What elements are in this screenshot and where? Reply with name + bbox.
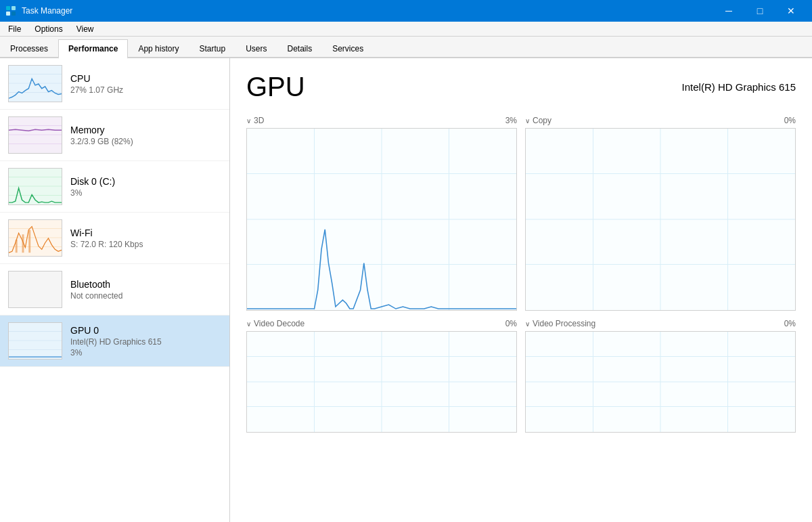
title-bar-controls: ─ □ ✕ <box>713 0 807 22</box>
memory-subtitle: 3.2/3.9 GB (82%) <box>70 137 221 146</box>
wifi-thumb <box>8 219 62 257</box>
maximize-button[interactable]: □ <box>744 0 775 22</box>
sidebar-item-memory[interactable]: Memory 3.2/3.9 GB (82%) <box>0 110 229 161</box>
sidebar-item-bluetooth[interactable]: Bluetooth Not connected <box>0 264 229 316</box>
gpu-header: GPU Intel(R) HD Graphics 615 <box>246 72 796 102</box>
sidebar-item-disk[interactable]: Disk 0 (C:) 3% <box>0 161 229 213</box>
svg-rect-20 <box>16 240 18 253</box>
sidebar-item-gpu0[interactable]: GPU 0 Intel(R) HD Graphics 615 3% <box>0 316 229 367</box>
minimize-button[interactable]: ─ <box>713 0 744 22</box>
gpu0-thumb <box>8 322 62 360</box>
tab-details[interactable]: Details <box>277 39 322 58</box>
title-bar-left: Task Manager <box>5 5 72 16</box>
chart-copy-pct: 0% <box>784 116 796 125</box>
svg-rect-21 <box>22 234 24 253</box>
sidebar-item-wifi[interactable]: Wi-Fi S: 72.0 R: 120 Kbps <box>0 213 229 264</box>
wifi-info: Wi-Fi S: 72.0 R: 120 Kbps <box>70 227 221 249</box>
disk-info: Disk 0 (C:) 3% <box>70 176 221 198</box>
tab-users[interactable]: Users <box>235 39 277 58</box>
gpu-title: GPU <box>246 72 305 102</box>
bluetooth-title: Bluetooth <box>70 279 221 290</box>
bluetooth-info: Bluetooth Not connected <box>70 279 221 301</box>
chevron-down-icon-3d: ∨ <box>246 117 251 125</box>
tab-services[interactable]: Services <box>322 39 374 58</box>
svg-rect-3 <box>12 12 16 16</box>
chevron-down-icon-video-processing: ∨ <box>525 320 530 328</box>
svg-rect-22 <box>28 230 30 253</box>
gpu-subtitle: Intel(R) HD Graphics 615 <box>682 81 796 93</box>
svg-rect-2 <box>6 12 10 16</box>
menu-options[interactable]: Options <box>29 23 68 35</box>
tab-startup[interactable]: Startup <box>189 39 235 58</box>
cpu-thumb: .cpu-line{fill:none;stroke:#3a8ed4;strok… <box>8 65 62 102</box>
cpu-subtitle: 27% 1.07 GHz <box>70 85 221 95</box>
chart-3d-box <box>246 128 517 311</box>
chart-3d: ∨ 3D 3% <box>246 116 517 311</box>
chart-video-processing-pct: 0% <box>784 319 796 328</box>
svg-rect-8 <box>9 117 62 153</box>
bluetooth-thumb <box>8 271 62 308</box>
right-panel: GPU Intel(R) HD Graphics 615 ∨ 3D 3% <box>230 58 812 522</box>
gpu0-title: GPU 0 <box>70 325 221 336</box>
chart-video-processing-box <box>525 331 796 433</box>
cpu-info: CPU 27% 1.07 GHz <box>70 73 221 95</box>
gpu0-info: GPU 0 Intel(R) HD Graphics 615 3% <box>70 325 221 357</box>
chart-video-processing-label: ∨ Video Processing <box>525 319 595 328</box>
memory-thumb <box>8 116 62 154</box>
menu-file[interactable]: File <box>3 23 26 35</box>
wifi-subtitle: S: 72.0 R: 120 Kbps <box>70 240 221 249</box>
title-bar-title: Task Manager <box>22 6 72 16</box>
menu-bar: File Options View <box>0 22 812 37</box>
menu-view[interactable]: View <box>71 23 99 35</box>
charts-grid: ∨ 3D 3% <box>246 116 796 433</box>
chart-video-processing-label-row: ∨ Video Processing 0% <box>525 319 796 328</box>
chart-video-decode-box <box>246 331 517 433</box>
close-button[interactable]: ✕ <box>775 0 807 22</box>
svg-rect-24 <box>9 323 62 359</box>
tab-performance[interactable]: Performance <box>58 39 128 59</box>
chevron-down-icon-video-decode: ∨ <box>246 320 251 328</box>
title-bar: Task Manager ─ □ ✕ <box>0 0 812 22</box>
chart-video-decode-pct: 0% <box>505 319 517 328</box>
gpu0-subtitle-pct: 3% <box>70 348 221 357</box>
tab-bar: Processes Performance App history Startu… <box>0 37 812 58</box>
svg-rect-4 <box>9 66 62 102</box>
wifi-title: Wi-Fi <box>70 227 221 238</box>
chart-copy-svg <box>526 129 795 310</box>
chart-copy: ∨ Copy 0% <box>525 116 796 311</box>
svg-rect-0 <box>6 6 10 10</box>
chart-copy-box <box>525 128 796 311</box>
cpu-title: CPU <box>70 73 221 84</box>
chart-video-decode: ∨ Video Decode 0% <box>246 319 517 433</box>
app-icon <box>5 5 16 16</box>
tab-app-history[interactable]: App history <box>128 39 189 58</box>
chart-copy-label-row: ∨ Copy 0% <box>525 116 796 125</box>
chart-3d-label-row: ∨ 3D 3% <box>246 116 517 125</box>
chart-video-decode-label: ∨ Video Decode <box>246 319 304 328</box>
disk-thumb <box>8 168 62 205</box>
chart-video-processing: ∨ Video Processing 0% <box>525 319 796 433</box>
sidebar-item-cpu[interactable]: .cpu-line{fill:none;stroke:#3a8ed4;strok… <box>0 58 229 110</box>
chart-video-decode-label-row: ∨ Video Decode 0% <box>246 319 517 328</box>
bluetooth-subtitle: Not connected <box>70 291 221 301</box>
disk-subtitle: 3% <box>70 188 221 198</box>
chart-3d-pct: 3% <box>505 116 517 125</box>
main-content: .cpu-line{fill:none;stroke:#3a8ed4;strok… <box>0 58 812 522</box>
chevron-down-icon-copy: ∨ <box>525 117 530 125</box>
memory-info: Memory 3.2/3.9 GB (82%) <box>70 125 221 146</box>
sidebar: .cpu-line{fill:none;stroke:#3a8ed4;strok… <box>0 58 230 522</box>
chart-3d-label: ∨ 3D <box>246 116 264 125</box>
svg-rect-1 <box>12 6 16 10</box>
chart-copy-label: ∨ Copy <box>525 116 551 125</box>
chart-video-processing-svg <box>526 332 795 432</box>
chart-video-decode-svg <box>247 332 516 432</box>
tab-processes[interactable]: Processes <box>0 39 58 58</box>
chart-3d-svg <box>247 129 516 310</box>
svg-rect-23 <box>9 271 62 307</box>
memory-title: Memory <box>70 125 221 135</box>
disk-title: Disk 0 (C:) <box>70 176 221 187</box>
gpu0-subtitle-name: Intel(R) HD Graphics 615 <box>70 337 221 347</box>
